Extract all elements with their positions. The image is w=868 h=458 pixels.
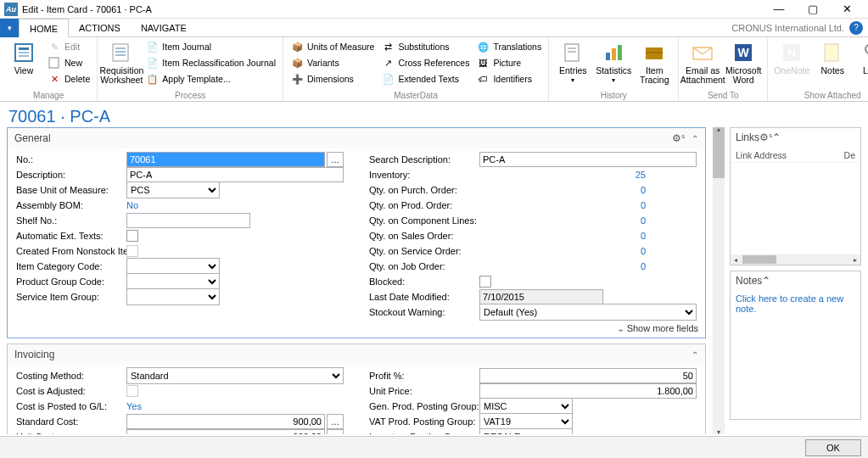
- chevron-up-icon[interactable]: ⌃: [762, 275, 770, 287]
- links-col-address: Link Address: [732, 148, 827, 163]
- journal-icon: 📄: [145, 40, 159, 53]
- unitprice-input[interactable]: 1.800,00: [479, 383, 697, 399]
- gear-icon[interactable]: ⚙ˢ: [759, 131, 772, 143]
- qtyservice-value[interactable]: 0: [479, 246, 697, 256]
- fasttab-invoicing-header[interactable]: Invoicing ⌃: [8, 344, 705, 365]
- dimensions-button[interactable]: ➕Dimensions: [287, 71, 378, 87]
- vatprod-select[interactable]: VAT19: [479, 413, 573, 430]
- create-note-link[interactable]: Click here to create a new note.: [736, 293, 843, 314]
- genprod-select[interactable]: MISC: [479, 398, 573, 415]
- delete-button[interactable]: ✕Delete: [44, 71, 93, 87]
- factbox-links-header[interactable]: Links ⚙ˢ ⌃: [731, 128, 860, 147]
- shelfno-input[interactable]: [126, 213, 250, 228]
- qtycomp-value[interactable]: 0: [479, 215, 697, 226]
- svg-rect-1: [19, 47, 29, 50]
- minimize-button[interactable]: —: [762, 0, 796, 19]
- searchdesc-input[interactable]: [479, 152, 697, 167]
- description-input[interactable]: [126, 167, 344, 182]
- qtyjob-value[interactable]: 0: [479, 261, 697, 271]
- substitutions-button[interactable]: ⇄Substitutions: [378, 39, 473, 54]
- item-journal-button[interactable]: 📄Item Journal: [142, 39, 279, 54]
- no-lookup-button[interactable]: …: [327, 152, 344, 167]
- group-label-sendto: Send To: [682, 90, 764, 101]
- company-name: CRONUS International Ltd.: [731, 23, 844, 33]
- tab-home[interactable]: HOME: [19, 19, 69, 37]
- profit-label: Profit %:: [369, 371, 479, 381]
- window-title: Edit - Item Card - 70061 · PC-A: [22, 4, 762, 14]
- content-scrollbar[interactable]: ▴ ▾: [713, 127, 725, 434]
- maximize-button[interactable]: ▢: [796, 0, 830, 19]
- invpost-select[interactable]: RESALE: [479, 428, 573, 434]
- file-tab[interactable]: ▾: [0, 19, 19, 37]
- item-reclass-journal-button[interactable]: 📄Item Reclassification Journal: [142, 55, 279, 70]
- ok-button[interactable]: OK: [805, 439, 861, 456]
- links-button[interactable]: Links: [853, 39, 868, 88]
- group-label-process: Process: [101, 90, 279, 101]
- item-tracing-button[interactable]: Item Tracing: [634, 39, 675, 88]
- microsoft-word-button[interactable]: W Microsoft Word: [723, 39, 764, 88]
- baseuom-select[interactable]: PCS: [126, 182, 220, 198]
- fasttab-general-header[interactable]: General ⚙ˢ ⌃: [8, 128, 705, 148]
- chevron-up-icon[interactable]: ⌃: [692, 134, 698, 143]
- statistics-button[interactable]: Statistics▾: [593, 39, 634, 88]
- variants-button[interactable]: 📦Variants: [287, 55, 378, 70]
- exttext-icon: 📄: [381, 72, 395, 86]
- svg-rect-2: [19, 52, 29, 53]
- chevron-up-icon[interactable]: ⌃: [772, 131, 781, 143]
- links-hscrollbar[interactable]: ◂▸: [731, 254, 860, 265]
- prodgrp-select[interactable]: [126, 273, 220, 290]
- searchdesc-label: Search Description:: [369, 154, 479, 165]
- units-of-measure-button[interactable]: 📦Units of Measure: [287, 39, 378, 54]
- entries-button[interactable]: Entries▾: [552, 39, 593, 88]
- assembly-bom-link[interactable]: No: [126, 200, 138, 210]
- blocked-checkbox[interactable]: [479, 276, 491, 288]
- profit-input[interactable]: 50: [479, 368, 697, 383]
- tab-actions[interactable]: ACTIONS: [69, 19, 131, 37]
- qtyprod-value[interactable]: 0: [479, 200, 697, 210]
- factbox-links: Links ⚙ˢ ⌃ Link AddressDe ◂▸: [730, 127, 861, 265]
- qtypurch-value[interactable]: 0: [479, 185, 697, 195]
- requisition-worksheet-button[interactable]: Requisition Worksheet: [101, 39, 142, 88]
- show-more-fields[interactable]: Show more fields: [8, 321, 705, 338]
- posted-link[interactable]: Yes: [126, 401, 142, 411]
- svg-rect-13: [612, 48, 616, 60]
- tab-navigate[interactable]: NAVIGATE: [131, 19, 197, 37]
- notes-button[interactable]: Notes: [812, 39, 853, 88]
- links-list[interactable]: ◂▸: [731, 165, 860, 265]
- costing-select[interactable]: Standard: [126, 367, 344, 384]
- cross-references-button[interactable]: ↗Cross References: [378, 55, 473, 70]
- stockout-select[interactable]: Default (Yes): [479, 304, 697, 321]
- no-input[interactable]: [126, 152, 325, 167]
- group-label-manage: Manage: [3, 90, 93, 101]
- variants-icon: 📦: [290, 56, 304, 70]
- email-attachment-button[interactable]: Email as Attachment: [682, 39, 723, 88]
- word-icon: W: [731, 41, 755, 64]
- chevron-up-icon[interactable]: ⌃: [692, 350, 698, 360]
- qtysales-value[interactable]: 0: [479, 231, 697, 241]
- picture-button[interactable]: 🖼Picture: [473, 55, 545, 70]
- unitcost-lookup-button[interactable]: …: [327, 429, 344, 434]
- stdcost-input[interactable]: 900,00: [126, 414, 325, 429]
- identifiers-button[interactable]: 🏷Identifiers: [473, 71, 545, 87]
- stockout-label: Stockout Warning:: [369, 307, 479, 317]
- invoicing-title: Invoicing: [14, 349, 54, 360]
- view-label: View: [14, 66, 34, 75]
- dimensions-icon: ➕: [290, 72, 304, 86]
- apply-template-button[interactable]: 📋Apply Template...: [142, 71, 279, 87]
- svcgrp-select[interactable]: [126, 288, 220, 305]
- blocked-label: Blocked:: [369, 276, 479, 287]
- inventory-value[interactable]: 25: [479, 170, 697, 180]
- gear-icon[interactable]: ⚙ˢ: [672, 132, 685, 144]
- view-button[interactable]: View: [3, 39, 44, 88]
- extended-texts-button[interactable]: 📄Extended Texts: [378, 71, 473, 87]
- autoext-checkbox[interactable]: [126, 230, 138, 242]
- itemcat-select[interactable]: [126, 258, 220, 275]
- new-button[interactable]: New: [44, 55, 93, 70]
- close-button[interactable]: ✕: [830, 0, 864, 19]
- help-icon[interactable]: ?: [849, 21, 863, 35]
- factbox-notes-header[interactable]: Notes ⌃: [731, 271, 860, 290]
- stdcost-lookup-button[interactable]: …: [327, 414, 344, 429]
- unitcost-input[interactable]: 900,00: [126, 429, 325, 434]
- ribbon-group-history: Entries▾ Statistics▾ Item Tracing Histor…: [549, 37, 679, 101]
- translations-button[interactable]: 🌐Translations: [473, 39, 545, 54]
